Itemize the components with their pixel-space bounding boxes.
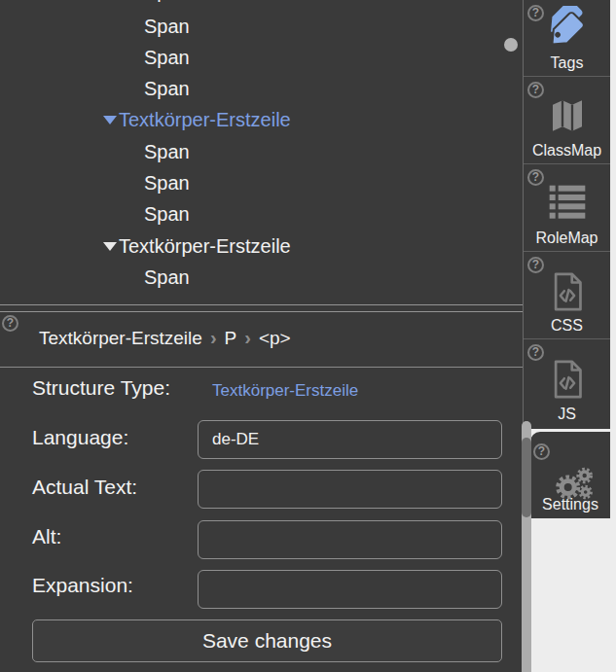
tree-item[interactable]: Span: [144, 139, 190, 164]
tab-css[interactable]: ? CSS: [524, 252, 610, 339]
chevron-right-icon: ›: [210, 327, 217, 349]
actual-text-input[interactable]: [198, 470, 502, 509]
structure-type-label: Structure Type:: [32, 376, 170, 400]
tag-tree-panel: Span Span Span Span Textkörper-Erstzeile…: [0, 0, 523, 305]
help-icon[interactable]: ?: [527, 5, 544, 21]
tree-item-label: Span: [144, 141, 190, 163]
help-icon[interactable]: ?: [527, 169, 544, 186]
tree-scrollbar-thumb[interactable]: [504, 38, 518, 52]
main-panel: Span Span Span Span Textkörper-Erstzeile…: [0, 0, 523, 672]
breadcrumb-item-tag[interactable]: <p>: [259, 328, 291, 349]
breadcrumb-item-role[interactable]: P: [225, 328, 237, 349]
tree-item-label: Span: [144, 266, 190, 289]
tree-item[interactable]: Span: [144, 45, 190, 70]
alt-label: Alt:: [32, 525, 61, 548]
tile-label: JS: [524, 406, 610, 423]
tree-item-label: Textkörper-Erstzeile: [119, 235, 291, 258]
save-changes-button[interactable]: Save changes: [32, 619, 502, 662]
actual-text-label: Actual Text:: [32, 476, 137, 499]
code-file-icon: [549, 271, 586, 316]
expansion-input[interactable]: [198, 570, 502, 609]
help-icon[interactable]: ?: [527, 82, 544, 98]
expansion-label: Expansion:: [32, 574, 133, 597]
tree-item[interactable]: Span: [144, 14, 190, 39]
breadcrumb-bar: ? Textkörper-Erstzeile › P › <p>: [0, 311, 523, 368]
collapse-caret-icon[interactable]: [103, 242, 117, 251]
alt-input[interactable]: [198, 520, 502, 559]
tree-item-label: Span: [144, 0, 190, 3]
chevron-right-icon: ›: [244, 327, 251, 349]
breadcrumb: Textkörper-Erstzeile › P › <p>: [39, 327, 291, 349]
language-label: Language:: [32, 426, 128, 449]
page-scrollbar-thumb[interactable]: [522, 438, 531, 517]
tool-rail-tiles: ? Tags ? ClassMap: [523, 0, 610, 429]
tab-settings[interactable]: ? Settings: [530, 432, 610, 518]
tree-item-selected[interactable]: Textkörper-Erstzeile: [103, 107, 291, 132]
tree-item-label: Span: [144, 203, 190, 226]
tab-tags[interactable]: ? Tags: [524, 0, 610, 77]
tree-item[interactable]: Span: [144, 76, 190, 101]
collapse-caret-icon[interactable]: [103, 116, 117, 124]
tree-item-label: Span: [144, 47, 190, 69]
help-icon[interactable]: ?: [2, 315, 18, 332]
map-icon: [548, 96, 587, 139]
breadcrumb-item-structure[interactable]: Textkörper-Erstzeile: [39, 328, 202, 349]
tree-item[interactable]: Textkörper-Erstzeile: [103, 233, 291, 259]
help-icon[interactable]: ?: [527, 344, 544, 361]
language-input[interactable]: [198, 420, 502, 459]
tree-item[interactable]: Span: [144, 201, 190, 227]
tree-item-label: Span: [144, 172, 190, 195]
list-icon: [548, 184, 587, 225]
tile-label: CSS: [524, 317, 610, 335]
tree-item[interactable]: Span: [144, 265, 190, 290]
tab-classmap[interactable]: ? ClassMap: [524, 77, 610, 164]
tab-js[interactable]: ? JS: [524, 339, 610, 427]
help-icon[interactable]: ?: [527, 257, 544, 273]
tool-rail: ? Tags ? ClassMap: [523, 0, 616, 672]
tree-item[interactable]: Span: [144, 170, 190, 195]
tile-label: ClassMap: [524, 142, 610, 159]
tree-item-label: Span: [144, 16, 190, 38]
tile-label: Tags: [524, 54, 610, 72]
help-icon[interactable]: ?: [533, 443, 550, 460]
tree-item[interactable]: Span: [144, 0, 190, 4]
tile-label: RoleMap: [524, 230, 610, 247]
code-file-icon: [549, 359, 586, 404]
tile-label: Settings: [530, 496, 610, 513]
structure-type-value[interactable]: Textkörper-Erstzeile: [212, 381, 358, 401]
tags-icon: [542, 6, 593, 56]
tree-item-label: Span: [144, 78, 190, 100]
tree-item-label: Textkörper-Erstzeile: [119, 109, 291, 131]
tab-rolemap[interactable]: ? RoleMap: [524, 164, 610, 252]
